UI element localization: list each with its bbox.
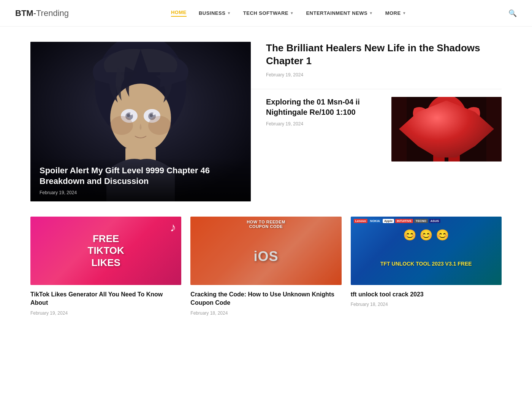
side-article-top[interactable]: The Brilliant Healers New Life in the Sh… bbox=[251, 42, 502, 89]
navbar: BTM-Trending HOME BUSINESS ▼ TECH SOFTWA… bbox=[0, 0, 532, 27]
svg-rect-19 bbox=[433, 142, 445, 162]
side-article-bottom: Exploring the 01 Msn-04 ii Nightingale R… bbox=[251, 97, 502, 162]
tiktok-text: FREE TIKTOK LIKES bbox=[88, 233, 124, 269]
feature-overlay: Spoiler Alert My Gift Level 9999 Chapter… bbox=[30, 158, 251, 201]
card-tft-date: February 18, 2024 bbox=[351, 302, 502, 307]
tiktok-logo-icon: ♪ bbox=[170, 220, 176, 234]
nav-links: HOME BUSINESS ▼ TECH SOFTWARE ▼ ENTERTAI… bbox=[171, 10, 406, 17]
search-button[interactable]: 🔍 bbox=[508, 9, 517, 17]
search-icon: 🔍 bbox=[508, 10, 517, 17]
card-ios-date: February 18, 2024 bbox=[190, 310, 341, 316]
svg-point-10 bbox=[130, 113, 132, 115]
side-top-date: February 19, 2024 bbox=[266, 72, 490, 78]
side-bottom-image bbox=[391, 97, 502, 162]
logo[interactable]: BTM-Trending bbox=[15, 8, 69, 18]
svg-rect-23 bbox=[486, 97, 502, 162]
chevron-down-icon: ▼ bbox=[290, 11, 294, 15]
top-section: Spoiler Alert My Gift Level 9999 Chapter… bbox=[30, 42, 502, 201]
chevron-down-icon: ▼ bbox=[227, 11, 231, 15]
svg-rect-15 bbox=[391, 97, 502, 162]
top-right: The Brilliant Healers New Life in the Sh… bbox=[251, 42, 502, 201]
bottom-grid: ♪ FREE TIKTOK LIKES TikTok Likes Generat… bbox=[30, 217, 502, 316]
nav-item-home[interactable]: HOME bbox=[171, 10, 187, 17]
svg-point-14 bbox=[148, 116, 171, 135]
red-mech-image bbox=[391, 97, 502, 162]
svg-point-18 bbox=[439, 109, 454, 119]
svg-point-17 bbox=[435, 104, 458, 127]
tft-text: TFT UNLOCK TOOL 2023 V3.1 FREE bbox=[380, 260, 472, 268]
logo-dash: - bbox=[33, 8, 36, 18]
side-bottom-text[interactable]: Exploring the 01 Msn-04 ii Nightingale R… bbox=[266, 97, 384, 127]
nav-link-home[interactable]: HOME bbox=[171, 10, 187, 17]
logo-trending: Trending bbox=[36, 8, 69, 18]
chevron-down-icon: ▼ bbox=[369, 11, 373, 15]
side-bottom-date: February 19, 2024 bbox=[266, 121, 384, 127]
card-tft-title: tft unlock tool crack 2023 bbox=[351, 290, 502, 299]
card-tiktok[interactable]: ♪ FREE TIKTOK LIKES TikTok Likes Generat… bbox=[30, 217, 181, 316]
feature-card[interactable]: Spoiler Alert My Gift Level 9999 Chapter… bbox=[30, 42, 251, 201]
nav-item-more[interactable]: MORE ▼ bbox=[385, 10, 406, 16]
page-content: Spoiler Alert My Gift Level 9999 Chapter… bbox=[23, 27, 509, 331]
nav-item-tech[interactable]: TECH SOFTWARE ▼ bbox=[243, 10, 294, 16]
card-ios-title: Cracking the Code: How to Use Unknown Kn… bbox=[190, 290, 341, 307]
feature-date: February 19, 2024 bbox=[40, 190, 242, 195]
chevron-down-icon: ▼ bbox=[402, 11, 406, 15]
card-tft[interactable]: Lenovo NOKIA Apple INTUITIVE TECNO ASUS … bbox=[351, 217, 502, 316]
svg-rect-22 bbox=[391, 97, 407, 162]
side-top-title: The Brilliant Healers New Life in the Sh… bbox=[266, 42, 490, 68]
svg-rect-20 bbox=[448, 142, 460, 162]
svg-point-11 bbox=[153, 113, 155, 115]
card-tiktok-title: TikTok Likes Generator All You Need To K… bbox=[30, 290, 181, 307]
card-ios-image: HOW TO REEDEMCOUPON CODE iOS bbox=[190, 217, 341, 285]
card-tiktok-date: February 19, 2024 bbox=[30, 310, 181, 316]
card-tiktok-image: ♪ FREE TIKTOK LIKES bbox=[30, 217, 181, 285]
svg-point-13 bbox=[110, 116, 133, 135]
svg-point-16 bbox=[426, 97, 467, 144]
side-bottom-title: Exploring the 01 Msn-04 ii Nightingale R… bbox=[266, 97, 384, 117]
svg-point-21 bbox=[438, 108, 444, 117]
svg-point-9 bbox=[150, 114, 153, 117]
nav-item-entertainment[interactable]: ENTERTAINMENT NEWS ▼ bbox=[306, 10, 373, 16]
svg-point-8 bbox=[127, 114, 130, 117]
nav-link-entertainment[interactable]: ENTERTAINMENT NEWS ▼ bbox=[306, 10, 373, 16]
nav-link-more[interactable]: MORE ▼ bbox=[385, 10, 406, 16]
card-ios[interactable]: HOW TO REEDEMCOUPON CODE iOS Cracking th… bbox=[190, 217, 341, 316]
nav-item-business[interactable]: BUSINESS ▼ bbox=[199, 10, 231, 16]
logo-btm: BTM bbox=[15, 8, 33, 18]
feature-title: Spoiler Alert My Gift Level 9999 Chapter… bbox=[40, 165, 242, 187]
card-tft-image: Lenovo NOKIA Apple INTUITIVE TECNO ASUS … bbox=[351, 217, 502, 285]
nav-link-business[interactable]: BUSINESS ▼ bbox=[199, 10, 231, 16]
nav-link-tech[interactable]: TECH SOFTWARE ▼ bbox=[243, 10, 294, 16]
